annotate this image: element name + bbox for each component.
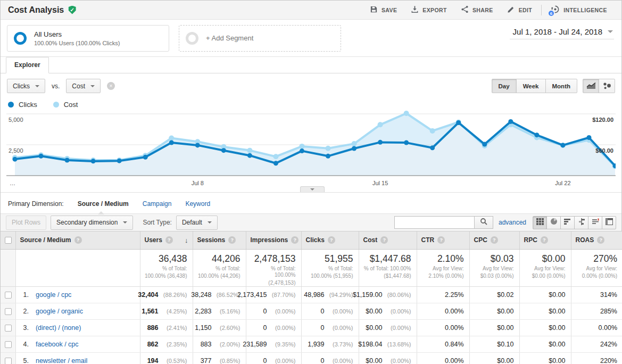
source-link[interactable]: (direct) / (none) [36, 324, 81, 332]
pivot-view-button[interactable] [602, 216, 616, 229]
secondary-metric-select[interactable]: Cost [66, 79, 101, 93]
granularity-day-button[interactable]: Day [492, 79, 517, 93]
total-roas: 270%Avg for View:0.00% (0.00%) [571, 249, 622, 287]
plot-rows-button[interactable]: Plot Rows [6, 216, 46, 230]
line-chart-icon [586, 82, 596, 90]
metric-value: 883 [201, 341, 212, 348]
col-impressions[interactable]: Impressions [246, 231, 301, 249]
dimension-campaign-link[interactable]: Campaign [143, 200, 172, 208]
dimension-source-medium[interactable]: Source / Medium [78, 200, 129, 208]
help-icon[interactable] [165, 236, 173, 244]
table-view-toggle [533, 216, 616, 229]
source-link[interactable]: google / cpc [36, 291, 71, 299]
totals-row: 36,438% of Total:100.00% (36,438)44,206%… [1, 249, 622, 287]
help-icon[interactable] [491, 236, 498, 244]
col-rpc[interactable]: RPC [519, 231, 571, 249]
col-cost[interactable]: Cost [359, 231, 417, 249]
add-segment-button[interactable]: + Add Segment [179, 25, 341, 52]
primary-metric-select[interactable]: Clicks [7, 79, 45, 93]
metric-percent: (88.26%) [161, 292, 187, 298]
sort-type-select[interactable]: Default [176, 216, 218, 230]
col-users[interactable]: Users [140, 231, 193, 249]
help-icon[interactable] [380, 236, 388, 244]
segment-all-users[interactable]: All Users 100.00% Users (100.00% Clicks) [7, 25, 169, 52]
save-button[interactable]: SAVE [363, 1, 404, 19]
sessions-cell: 1,150(2.60%) [193, 320, 246, 336]
metric-value: 0 [321, 357, 325, 364]
search-button[interactable] [474, 216, 493, 229]
row-checkbox[interactable] [5, 308, 12, 315]
granularity-month-button[interactable]: Month [545, 79, 577, 93]
metric-value: 194 [147, 357, 159, 364]
term-cloud-view-button[interactable] [588, 216, 602, 229]
timeseries-chart[interactable]: 5,0002,500$120.00$60.00…Jul 8Jul 15Jul 2… [6, 111, 616, 191]
metric-percent: (80.06%) [385, 292, 411, 298]
share-button[interactable]: SHARE [454, 1, 500, 19]
row-checkbox[interactable] [5, 358, 12, 364]
comparison-view-button[interactable] [574, 216, 588, 229]
cost-legend-dot [53, 102, 59, 107]
search-input[interactable] [394, 216, 474, 229]
help-icon[interactable] [597, 236, 604, 244]
total-subtext: ($1,447.68) [363, 273, 411, 280]
secondary-dimension-select[interactable]: Secondary dimension [51, 216, 133, 230]
total-clicks: 51,955% of Total:100.00% (51,955) [301, 249, 359, 287]
ctr-cell: 0.00% [417, 353, 469, 364]
users-cell: 194(0.53%) [140, 353, 193, 364]
metric-value: 1,150 [195, 324, 211, 332]
col-cpc[interactable]: CPC [469, 231, 519, 249]
col-clicks[interactable]: Clicks [301, 231, 359, 249]
col-ctr[interactable]: CTR [417, 231, 469, 249]
svg-text:5,000: 5,000 [9, 117, 23, 123]
source-link[interactable]: newsletter / email [36, 357, 87, 364]
row-checkbox[interactable] [5, 325, 12, 332]
granularity-week-button[interactable]: Week [516, 79, 546, 93]
col-sessions[interactable]: Sessions [193, 231, 246, 249]
help-icon[interactable] [74, 236, 82, 244]
source-cell: 4.facebook / cpc [15, 336, 140, 353]
tab-explorer[interactable]: Explorer [6, 57, 49, 73]
intelligence-button[interactable]: 6 INTELLIGENCE [544, 1, 614, 19]
cpc-cell: $0.10 [469, 336, 519, 353]
metric-percent: (0.53%) [161, 358, 187, 364]
edit-button[interactable]: EDIT [500, 1, 540, 19]
clicks-cell: 1,939(3.73%) [301, 336, 359, 353]
svg-text:…: … [10, 180, 15, 186]
svg-text:$120.00: $120.00 [592, 117, 613, 123]
cost-analysis-report: Cost Analysis ✓ SAVE EXPORT SHARE EDIT [0, 0, 622, 364]
line-chart-button[interactable] [583, 79, 599, 93]
source-link[interactable]: facebook / cpc [36, 341, 79, 348]
metric-percent: (2.35%) [161, 341, 187, 348]
help-icon[interactable] [437, 236, 445, 244]
cost-cell: $0.00(0.00%) [359, 353, 417, 364]
performance-view-button[interactable] [560, 216, 575, 229]
advanced-search-link[interactable]: advanced [499, 219, 526, 226]
metric-value: 2,173,415 [237, 291, 267, 299]
legend-item-clicks: Clicks [8, 101, 37, 109]
row-checkbox[interactable] [5, 341, 12, 348]
row-checkbox[interactable] [5, 292, 12, 299]
svg-text:Jul 8: Jul 8 [192, 180, 204, 186]
dimension-keyword-link[interactable]: Keyword [185, 200, 210, 208]
export-button[interactable]: EXPORT [404, 1, 454, 19]
motion-chart-button[interactable] [599, 79, 615, 93]
help-icon[interactable] [328, 236, 335, 244]
percentage-view-button[interactable] [546, 216, 561, 229]
help-icon[interactable] [228, 236, 236, 244]
total-value: $0.03 [474, 253, 514, 264]
col-roas[interactable]: ROAS [571, 231, 622, 249]
date-range-picker[interactable]: Jul 1, 2018 - Jul 24, 2018 [510, 26, 614, 39]
remove-metric-icon[interactable] [107, 82, 115, 90]
chart-collapse-handle[interactable] [300, 186, 325, 192]
impressions-cell: 0(0.00%) [246, 320, 301, 336]
help-icon[interactable] [291, 236, 298, 244]
source-link[interactable]: google / organic [36, 308, 83, 315]
users-cell: 1,561(4.25%) [140, 303, 193, 320]
metric-value: 48,986 [304, 291, 324, 299]
metric-value: 0 [263, 324, 267, 332]
total-subtext: % of Total: [306, 266, 353, 272]
select-all-checkbox[interactable] [5, 237, 12, 244]
metric-percent: (0.00%) [327, 325, 353, 331]
help-icon[interactable] [541, 236, 548, 244]
data-table-view-button[interactable] [533, 216, 547, 229]
